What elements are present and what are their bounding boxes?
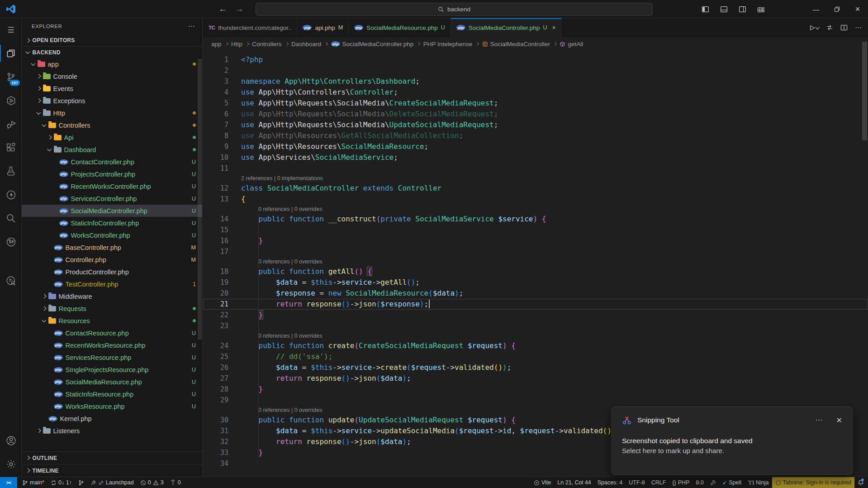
status-vite[interactable]: Vite xyxy=(531,477,554,488)
breadcrumb-item-app[interactable]: app xyxy=(211,41,222,48)
editor-more-actions-icon[interactable]: ⋯ xyxy=(855,24,862,32)
menu-hamburger-icon[interactable]: ☰ xyxy=(0,18,22,42)
status-php-version[interactable]: 8.0 xyxy=(693,477,707,488)
code-line-17[interactable]: 17 xyxy=(203,246,868,257)
code-line-27[interactable]: 27 return response()->json($data); xyxy=(203,373,868,384)
code-line-3[interactable]: 3namespace App\Http\Controllers\Dashboar… xyxy=(203,76,868,87)
editor-scrollbar[interactable] xyxy=(862,42,867,140)
status-notifications-bell[interactable] xyxy=(854,477,867,488)
tree-item-api[interactable]: Api xyxy=(22,131,202,144)
nav-forward-button[interactable]: → xyxy=(235,4,244,14)
window-close-button[interactable]: × xyxy=(847,0,868,18)
code-line-8[interactable]: 8use App\Http\Resources\GetAllSocialMedi… xyxy=(203,130,868,141)
tab-social-media-resource[interactable]: phpSocialMediaResource.phpU xyxy=(349,18,451,37)
tree-item-staticinforesource-php[interactable]: phpStaticInfoResource.phpU xyxy=(22,388,202,400)
tree-item-http[interactable]: Http xyxy=(22,107,202,119)
tree-item-console[interactable]: Console xyxy=(22,70,202,82)
status-intelephense[interactable] xyxy=(707,477,719,488)
code-line-2[interactable]: 2 xyxy=(203,65,868,76)
status-ports[interactable]: 0 xyxy=(167,477,184,488)
tree-item-productcontroller-php[interactable]: phpProductController.php xyxy=(22,266,202,278)
nav-back-button[interactable]: ← xyxy=(218,4,227,14)
code-line-9[interactable]: 9use App\Http\Resources\SocialMediaResou… xyxy=(203,141,868,152)
status-problems[interactable]: 03 xyxy=(137,477,167,488)
window-minimize-button[interactable]: — xyxy=(806,0,826,18)
activity-thunder-client-icon[interactable] xyxy=(0,183,22,206)
code-line-1[interactable]: 1<?php xyxy=(203,54,868,65)
toast-body-secondary[interactable]: Select here to mark up and share. xyxy=(622,447,842,455)
code-line-15[interactable]: 15 xyxy=(203,225,868,235)
code-line-22[interactable]: 22 } xyxy=(203,310,868,321)
customize-layout-icon[interactable] xyxy=(757,5,765,13)
activity-accounts-icon[interactable] xyxy=(0,429,22,452)
code-line-14[interactable]: 14 public function __construct(private S… xyxy=(203,214,868,225)
tree-item-staticinfocontroller-php[interactable]: phpStaticInfoController.phpU xyxy=(22,217,202,229)
activity-extensions-icon[interactable] xyxy=(0,136,22,159)
tree-item-socialmediaresource-php[interactable]: phpSocialMediaResource.phpU xyxy=(22,376,202,388)
tree-item-worksresource-php[interactable]: phpWorksResource.phpU xyxy=(22,400,202,412)
code-line-29[interactable]: 29 xyxy=(203,395,868,406)
codelens-label[interactable]: 0 references | 0 overrides xyxy=(203,331,868,340)
toggle-secondary-sidebar-icon[interactable] xyxy=(739,5,746,13)
breadcrumb-item-php-intelephense[interactable]: PHP Intelephense xyxy=(423,41,473,48)
code-line-7[interactable]: 7use App\Http\Requests\SocialMedia\Updat… xyxy=(203,120,868,130)
code-line-5[interactable]: 5use App\Http\Requests\SocialMedia\Creat… xyxy=(203,98,868,109)
breadcrumb-item-controllers[interactable]: Controllers xyxy=(252,41,281,48)
code-line-11[interactable]: 11 xyxy=(203,163,868,174)
codelens-label[interactable]: 0 references | 0 overrides xyxy=(203,205,868,214)
tree-item-app[interactable]: app xyxy=(22,58,202,70)
tree-item-dashboard[interactable]: Dashboard xyxy=(22,144,202,156)
command-center-search[interactable]: backend xyxy=(256,3,653,16)
tree-item-recentworkscontroller-php[interactable]: phpRecentWorksController.phpU xyxy=(22,180,202,192)
tree-item-basecontroller-php[interactable]: phpBaseController.phpM xyxy=(22,241,202,254)
tab-api-php[interactable]: phpapi.phpM xyxy=(297,18,349,37)
tab-social-media-controller[interactable]: phpSocialMediaController.phpU× xyxy=(451,18,562,37)
section-outline[interactable]: OUTLINE xyxy=(22,451,202,464)
breadcrumb-item-socialmediacontroller[interactable]: SocialMediaController xyxy=(482,41,550,48)
activity-search-icon[interactable] xyxy=(0,206,22,230)
tree-item-testcontroller-php[interactable]: phpTestController.php1 xyxy=(22,278,202,290)
section-open-editors[interactable]: OPEN EDITORS xyxy=(22,34,202,46)
activity-source-control-icon[interactable]: 107 xyxy=(0,65,22,89)
tree-item-contactcontroller-php[interactable]: phpContactController.phpU xyxy=(22,156,202,168)
activity-testing-icon[interactable] xyxy=(0,159,22,183)
code-line-20[interactable]: 20 $response = new SocialMediaResource($… xyxy=(203,288,868,299)
code-line-28[interactable]: 28 } xyxy=(203,384,868,395)
tree-item-resources[interactable]: Resources xyxy=(22,315,202,327)
tree-item-controller-php[interactable]: phpController.phpM xyxy=(22,254,202,266)
toggle-panel-icon[interactable] xyxy=(720,5,728,13)
activity-explorer-icon[interactable] xyxy=(0,42,22,65)
tree-item-socialmediacontroller-php[interactable]: phpSocialMediaController.phpU xyxy=(22,205,202,217)
status-ninja[interactable]: ⅂⅂Ninja xyxy=(745,477,772,488)
tree-item-servicescontroller-php[interactable]: phpServicesController.phpU xyxy=(22,192,202,205)
section-timeline[interactable]: TIMELINE xyxy=(22,464,202,477)
activity-settings-icon[interactable] xyxy=(0,452,22,476)
status-encoding[interactable]: UTF-8 xyxy=(626,477,648,488)
code-line-6[interactable]: 6use App\Http\Requests\SocialMedia\Delet… xyxy=(203,109,868,120)
activity-run-and-debug-icon[interactable] xyxy=(0,112,22,136)
tree-item-workscontroller-php[interactable]: phpWorksController.phpU xyxy=(22,229,202,241)
code-line-19[interactable]: 19 $data = $this->service->getAll(); xyxy=(203,277,868,288)
status-gitlens-status[interactable] xyxy=(75,477,87,488)
codelens-label[interactable]: 0 references | 0 overrides xyxy=(203,257,868,266)
code-line-18[interactable]: 18 public function getAll() { xyxy=(203,266,868,277)
breadcrumb-item-http[interactable]: Http xyxy=(231,41,242,48)
status-git-sync[interactable]: 0↓ 1↑ xyxy=(47,477,75,488)
code-line-4[interactable]: 4use App\Http\Controllers\Controller; xyxy=(203,87,868,98)
code-line-10[interactable]: 10use App\Services\SocialMediaService; xyxy=(203,152,868,163)
activity-remote-explorer-icon[interactable] xyxy=(0,89,22,112)
run-php-button[interactable] xyxy=(809,24,819,31)
toast-close-icon[interactable]: ✕ xyxy=(836,416,842,425)
codelens-label[interactable]: 2 references | 0 implementations xyxy=(203,174,868,183)
status-launchpad[interactable]: Launchpad xyxy=(87,477,137,488)
tree-item-projectscontroller-php[interactable]: phpProjectsController.phpU xyxy=(22,168,202,180)
code-line-21[interactable]: 21 return response()->json($response); xyxy=(203,299,868,310)
code-line-25[interactable]: 25 // dd('ssa'); xyxy=(203,351,868,362)
activity-gitlens-search-compare-icon[interactable] xyxy=(0,269,22,292)
breadcrumb-item-socialmediacontroller-php[interactable]: phpSocialMediaController.php xyxy=(331,41,414,48)
status-spell-checker[interactable]: ✓Spell xyxy=(719,477,745,488)
code-line-13[interactable]: 13{ xyxy=(203,194,868,205)
code-line-26[interactable]: 26 $data = $this->service->create($reque… xyxy=(203,362,868,373)
status-cursor-position[interactable]: Ln 21, Col 44 xyxy=(554,477,594,488)
tree-item-events[interactable]: Events xyxy=(22,82,202,95)
